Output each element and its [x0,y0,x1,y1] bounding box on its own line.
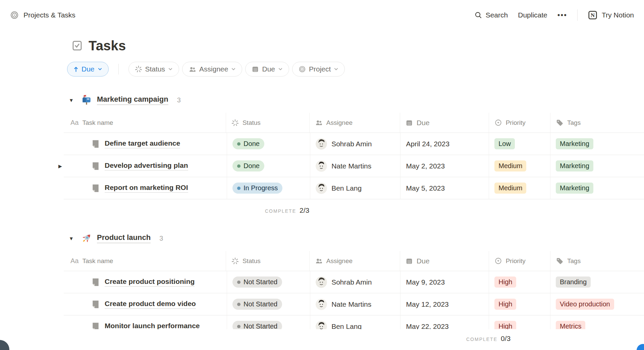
due-cell[interactable]: May 9, 2023 [400,271,489,293]
due-cell[interactable]: April 24, 2023 [400,133,489,155]
priority-tag[interactable]: Low [494,138,515,149]
breadcrumb[interactable]: Projects & Tasks [10,11,75,19]
assignee-cell[interactable]: Nate Martins [310,155,400,177]
chevron-down-icon [98,67,102,71]
column-header-due[interactable]: Due [400,113,489,133]
assignee-cell[interactable]: Sohrab Amin [310,133,400,155]
status-pill[interactable]: In Progress [232,183,282,194]
checkbox-page-icon[interactable] [71,40,83,52]
task-cell[interactable]: ▶ Develop advertising plan [64,155,227,177]
due-cell[interactable]: May 12, 2023 [400,293,489,315]
filter-status-button[interactable]: Status [128,62,179,77]
priority-cell[interactable]: Medium [489,155,550,177]
assignee-cell[interactable]: Ben Lang [310,177,400,199]
complete-value: 2/3 [300,206,309,214]
table-row: Report on marketing ROI In Progress Ben … [64,177,644,199]
filter-project-button[interactable]: Project [292,62,345,77]
priority-cell[interactable]: High [489,293,550,315]
column-header-task-name[interactable]: Aa Task name [64,113,226,133]
status-cell[interactable]: Not Started [227,271,310,293]
status-cell[interactable]: Not Started [227,293,310,315]
people-icon [189,65,196,73]
column-header-status[interactable]: Status [226,113,309,133]
avatar [316,299,327,310]
priority-tag[interactable]: High [494,277,516,288]
column-header-priority[interactable]: Priority [489,251,550,271]
table-product-launch: Aa Task name Status [64,251,644,338]
status-cell[interactable]: Done [227,155,310,177]
filter-due-button[interactable]: Due [245,62,289,77]
priority-cell[interactable]: Low [489,133,550,155]
group-title[interactable]: Marketing campaign [97,95,168,105]
svg-text:N: N [591,12,595,18]
status-pill[interactable]: Not Started [232,299,282,310]
more-label: ••• [557,11,567,19]
complete-count[interactable]: COMPLETE 2/3 [265,206,309,214]
status-dot-icon [237,187,240,190]
priority-tag[interactable]: Medium [494,160,526,171]
expand-row-toggle[interactable]: ▶ [58,163,62,169]
column-header-priority[interactable]: Priority [489,113,550,133]
status-pill[interactable]: Done [232,160,264,171]
status-pill[interactable]: Not Started [232,277,282,288]
tag-pill[interactable]: Marketing [556,183,593,194]
more-button[interactable]: ••• [557,11,567,19]
sort-due-button[interactable]: Due [67,62,109,77]
collapse-toggle[interactable]: ▼ [69,97,76,103]
group-title[interactable]: Product launch [97,233,151,243]
tag-pill[interactable]: Marketing [556,138,593,149]
column-header-tags[interactable]: Tags [550,251,644,271]
task-link[interactable]: Create product positioning [105,278,195,287]
try-notion-button[interactable]: N Try Notion [588,10,634,20]
tags-cell[interactable]: Branding [550,271,644,293]
assignee-cell[interactable]: Nate Martins [310,293,400,315]
filter-assignee-button[interactable]: Assignee [182,62,242,77]
assignee-cell[interactable]: Sohrab Amin [310,271,400,293]
table-row: Define target audience Done Sohrab Amin … [64,133,644,155]
due-date: May 12, 2023 [406,300,448,308]
due-cell[interactable]: May 2, 2023 [400,155,489,177]
priority-tag[interactable]: High [494,299,516,310]
collapse-toggle[interactable]: ▼ [69,236,76,241]
complete-label: COMPLETE [265,208,296,214]
task-link[interactable]: Create product demo video [105,300,196,309]
column-header-assignee[interactable]: Assignee [309,251,400,271]
column-header-task-name[interactable]: Aa Task name [64,251,226,271]
priority-cell[interactable]: High [489,271,550,293]
tags-cell[interactable]: Marketing [550,155,644,177]
task-cell[interactable]: Create product positioning [64,271,227,293]
priority-tag[interactable]: Medium [494,183,526,194]
column-label: Task name [82,119,113,127]
duplicate-button[interactable]: Duplicate [518,11,547,19]
tag-label: Branding [560,278,587,286]
due-cell[interactable]: May 5, 2023 [400,177,489,199]
column-header-assignee[interactable]: Due Assignee [309,113,400,133]
column-header-due[interactable]: Due [400,251,489,271]
column-header-tags[interactable]: Tags [550,113,644,133]
tags-cell[interactable]: Video production [550,293,644,315]
target-icon [299,65,306,73]
column-header-status[interactable]: Status [226,251,309,271]
tags-cell[interactable]: Marketing [550,177,644,199]
status-label: Not Started [244,300,277,308]
task-cell[interactable]: Create product demo video [64,293,227,315]
assignee-name: Ben Lang [331,184,362,192]
task-cell[interactable]: Define target audience [64,133,227,155]
tag-pill[interactable]: Branding [556,277,591,288]
status-cell[interactable]: Done [227,133,310,155]
priority-label: Medium [498,184,522,192]
task-link[interactable]: Report on marketing ROI [105,184,188,193]
group-header-marketing-campaign: ▼ Marketing campaign 3 [69,94,644,106]
status-pill[interactable]: Done [232,138,264,149]
task-link[interactable]: Develop advertising plan [105,161,188,170]
complete-count[interactable]: COMPLETE 0/3 [466,335,511,343]
tag-pill[interactable]: Video production [556,299,614,310]
search-button[interactable]: Search [474,11,508,19]
tag-pill[interactable]: Marketing [556,160,593,171]
task-link[interactable]: Define target audience [105,139,180,148]
status-cell[interactable]: In Progress [227,177,310,199]
priority-cell[interactable]: Medium [489,177,550,199]
tags-cell[interactable]: Marketing [550,133,644,155]
column-label: Priority [506,119,526,127]
task-cell[interactable]: Report on marketing ROI [64,177,227,199]
